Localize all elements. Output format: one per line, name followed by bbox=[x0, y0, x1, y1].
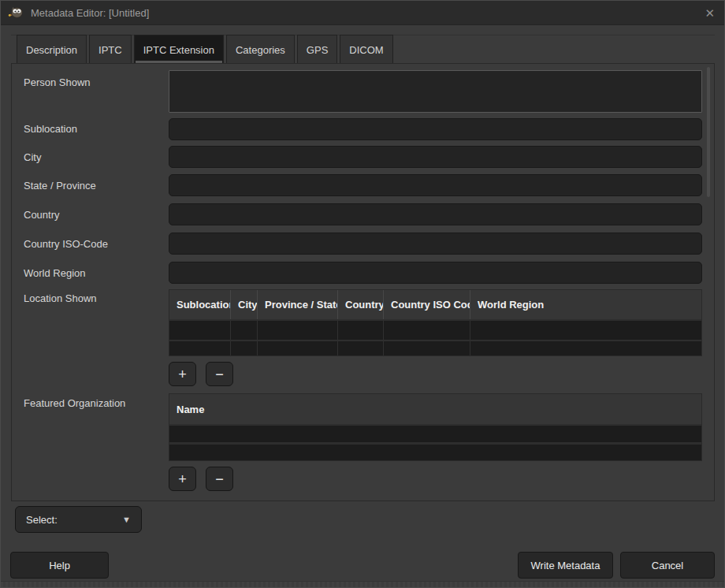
help-button-label: Help bbox=[49, 560, 70, 571]
table-cell[interactable] bbox=[169, 341, 231, 356]
table-cell[interactable] bbox=[258, 321, 338, 340]
column-header-world-region[interactable]: World Region bbox=[470, 290, 701, 319]
tab-gps[interactable]: GPS bbox=[297, 35, 337, 64]
minus-icon: − bbox=[215, 472, 224, 486]
plus-icon: + bbox=[178, 367, 187, 381]
column-header-province-state[interactable]: Province / State bbox=[258, 290, 338, 319]
table-cell[interactable] bbox=[338, 321, 384, 340]
location-shown-table: Sublocation City Province / State Countr… bbox=[169, 289, 702, 356]
titlebar: Metadata Editor: [Untitled] ✕ bbox=[1, 1, 724, 25]
write-metadata-button-label: Write Metadata bbox=[531, 560, 600, 571]
window-resize-grip[interactable] bbox=[1, 581, 724, 587]
column-header-country[interactable]: Country bbox=[338, 290, 384, 319]
location-shown-label: Location Shown bbox=[24, 292, 97, 304]
featured-organization-table-buttons: + − bbox=[169, 467, 233, 491]
select-dropdown-label: Select: bbox=[26, 514, 58, 526]
location-shown-table-buttons: + − bbox=[169, 362, 233, 386]
window-title: Metadata Editor: [Untitled] bbox=[31, 7, 149, 19]
add-row-button[interactable]: + bbox=[169, 362, 196, 386]
tab-dicom[interactable]: DICOM bbox=[340, 35, 392, 64]
cancel-button[interactable]: Cancel bbox=[620, 552, 715, 579]
featured-organization-table-header: Name bbox=[169, 394, 701, 424]
tab-iptc[interactable]: IPTC bbox=[89, 35, 132, 64]
cancel-button-label: Cancel bbox=[652, 560, 683, 571]
featured-organization-label: Featured Organization bbox=[24, 397, 125, 409]
person-shown-label: Person Shown bbox=[24, 76, 91, 88]
scrollbar-thumb[interactable] bbox=[707, 67, 710, 197]
tab-iptc-extension[interactable]: IPTC Extension bbox=[134, 35, 224, 64]
write-metadata-button[interactable]: Write Metadata bbox=[518, 552, 613, 579]
remove-row-button[interactable]: − bbox=[206, 467, 233, 491]
sublocation-label: Sublocation bbox=[24, 123, 77, 135]
vertical-scrollbar[interactable] bbox=[707, 66, 710, 498]
column-header-country-iso-code[interactable]: Country ISO Code bbox=[384, 290, 470, 319]
featured-organization-table: Name bbox=[169, 393, 702, 461]
sublocation-input[interactable] bbox=[169, 118, 702, 140]
close-icon[interactable]: ✕ bbox=[705, 7, 715, 19]
state-province-label: State / Province bbox=[24, 180, 96, 192]
column-header-city[interactable]: City bbox=[231, 290, 258, 319]
column-header-name[interactable]: Name bbox=[169, 394, 701, 424]
iptc-extension-page: Person Shown Sublocation City State / Pr… bbox=[11, 63, 715, 501]
add-row-button[interactable]: + bbox=[169, 467, 196, 491]
plus-icon: + bbox=[178, 472, 187, 486]
city-label: City bbox=[24, 151, 41, 163]
table-row[interactable] bbox=[169, 340, 701, 356]
country-iso-code-input[interactable] bbox=[169, 233, 702, 255]
country-input[interactable] bbox=[169, 203, 702, 225]
table-cell[interactable] bbox=[231, 321, 258, 340]
table-cell[interactable] bbox=[470, 321, 701, 340]
country-iso-code-label: Country ISO-Code bbox=[24, 238, 108, 250]
table-row[interactable] bbox=[169, 319, 701, 340]
table-cell[interactable] bbox=[231, 341, 258, 356]
world-region-label: World Region bbox=[24, 267, 86, 279]
state-province-input[interactable] bbox=[169, 174, 702, 196]
table-cell[interactable] bbox=[169, 321, 231, 340]
table-cell[interactable] bbox=[169, 426, 701, 442]
person-shown-textarea[interactable] bbox=[169, 70, 702, 113]
table-cell[interactable] bbox=[384, 321, 470, 340]
world-region-input[interactable] bbox=[169, 262, 702, 284]
select-dropdown[interactable]: Select: ▼ bbox=[15, 506, 142, 533]
country-label: Country bbox=[24, 209, 60, 221]
remove-row-button[interactable]: − bbox=[206, 362, 233, 386]
city-input[interactable] bbox=[169, 146, 702, 168]
tab-description[interactable]: Description bbox=[17, 35, 87, 64]
tabbar: Description IPTC IPTC Extension Categori… bbox=[17, 35, 393, 64]
help-button[interactable]: Help bbox=[10, 552, 109, 579]
location-shown-table-header: Sublocation City Province / State Countr… bbox=[169, 290, 701, 319]
table-cell[interactable] bbox=[169, 445, 701, 460]
table-row[interactable] bbox=[169, 442, 701, 460]
table-cell[interactable] bbox=[384, 341, 470, 356]
metadata-editor-window: Metadata Editor: [Untitled] ✕ Descriptio… bbox=[0, 0, 725, 588]
table-cell[interactable] bbox=[470, 341, 701, 356]
chevron-down-icon: ▼ bbox=[122, 515, 131, 524]
table-cell[interactable] bbox=[338, 341, 384, 356]
gimp-wilber-icon bbox=[8, 6, 24, 19]
minus-icon: − bbox=[215, 367, 224, 381]
table-cell[interactable] bbox=[258, 341, 338, 356]
column-header-sublocation[interactable]: Sublocation bbox=[169, 290, 231, 319]
table-row[interactable] bbox=[169, 424, 701, 442]
tab-categories[interactable]: Categories bbox=[226, 35, 295, 64]
